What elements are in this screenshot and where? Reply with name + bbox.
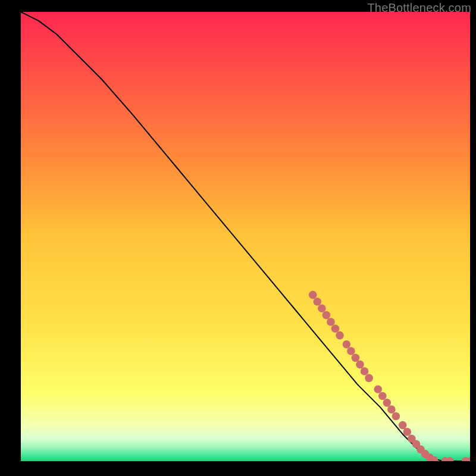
chart-marker: [403, 428, 412, 436]
chart-marker: [365, 374, 373, 383]
chart-marker: [352, 354, 360, 362]
chart-marker: [322, 311, 331, 320]
chart-marker: [343, 340, 351, 349]
chart-background: [21, 12, 470, 461]
chart-outer: TheBottleneck.com: [0, 0, 476, 476]
chart-marker: [383, 399, 392, 407]
chart-marker: [374, 385, 382, 393]
chart-svg: [21, 12, 470, 461]
chart-marker: [361, 367, 369, 375]
chart-marker: [336, 331, 344, 340]
chart-marker: [309, 291, 317, 299]
chart-marker: [378, 392, 387, 400]
chart-marker: [399, 421, 407, 430]
chart-marker: [314, 298, 322, 306]
chart-marker: [331, 324, 340, 333]
chart-marker: [318, 305, 326, 313]
watermark-text: TheBottleneck.com: [367, 1, 471, 15]
chart-plot-area: [21, 12, 470, 461]
chart-marker: [392, 412, 400, 421]
chart-marker: [356, 361, 364, 369]
chart-marker: [347, 347, 355, 355]
chart-marker: [387, 405, 396, 414]
chart-marker: [327, 318, 335, 326]
